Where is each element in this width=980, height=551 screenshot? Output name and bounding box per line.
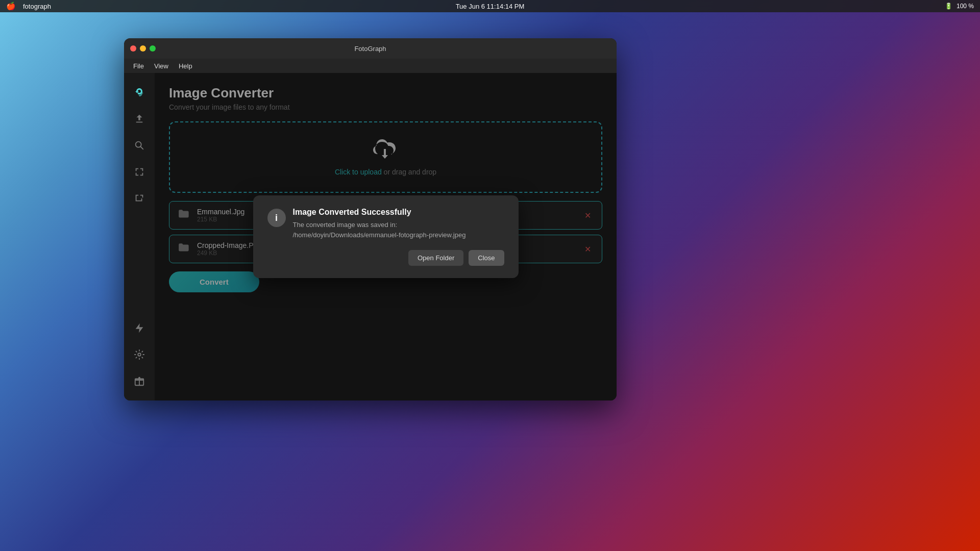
sidebar-item-converter[interactable] <box>128 81 151 104</box>
menubar-left: 🍎 fotograph <box>6 2 51 11</box>
sidebar-item-upload[interactable] <box>128 108 151 130</box>
traffic-lights <box>130 45 156 52</box>
sidebar-item-search[interactable] <box>128 134 151 157</box>
sidebar <box>124 73 155 400</box>
dialog-header: i Image Converted Successfully The conve… <box>267 208 504 240</box>
menu-help[interactable]: Help <box>174 61 198 71</box>
menubar: 🍎 fotograph Tue Jun 6 11:14:14 PM 🔋 100 … <box>0 0 980 12</box>
sidebar-item-settings[interactable] <box>128 343 151 366</box>
gift-icon <box>134 375 145 387</box>
dialog-info-icon: i <box>267 209 286 227</box>
close-button[interactable] <box>130 45 136 52</box>
maximize-button[interactable] <box>150 45 156 52</box>
sidebar-item-lightning[interactable] <box>128 317 151 339</box>
menubar-datetime: Tue Jun 6 11:14:14 PM <box>456 3 525 10</box>
svg-line-2 <box>141 147 143 149</box>
svg-point-3 <box>138 353 141 356</box>
dialog-overlay: i Image Converted Successfully The conve… <box>155 73 617 400</box>
battery-icon: 🔋 <box>945 3 952 10</box>
sidebar-item-compress[interactable] <box>128 161 151 183</box>
battery-level: 100 % <box>957 3 974 10</box>
svg-point-1 <box>136 142 141 147</box>
main-content: Image Converter Convert your image files… <box>155 73 617 400</box>
dialog-close-button[interactable]: Close <box>469 250 504 266</box>
converter-icon <box>133 86 145 98</box>
success-dialog: i Image Converted Successfully The conve… <box>253 195 519 278</box>
app-menubar: File View Help <box>124 59 617 73</box>
search-icon <box>134 140 145 151</box>
dialog-actions: Open Folder Close <box>267 250 504 266</box>
sidebar-item-crop[interactable] <box>128 187 151 210</box>
menu-file[interactable]: File <box>128 61 149 71</box>
menu-view[interactable]: View <box>149 61 174 71</box>
minimize-button[interactable] <box>140 45 146 52</box>
app-window: FotoGraph File View Help <box>124 38 617 400</box>
titlebar: FotoGraph <box>124 38 617 59</box>
lightning-icon <box>134 322 145 334</box>
apple-menu[interactable]: 🍎 <box>6 2 16 11</box>
upload-icon <box>134 113 145 124</box>
app-body: Image Converter Convert your image files… <box>124 73 617 400</box>
open-folder-button[interactable]: Open Folder <box>408 250 463 266</box>
window-title: FotoGraph <box>354 45 386 53</box>
compress-icon <box>134 166 145 178</box>
app-name: fotograph <box>23 3 51 10</box>
dialog-content: Image Converted Successfully The convert… <box>293 208 504 240</box>
settings-icon <box>134 349 145 360</box>
dialog-message: The converted image was saved in: /home/… <box>293 220 504 240</box>
sidebar-item-gift[interactable] <box>128 370 151 392</box>
crop-icon <box>134 193 145 204</box>
svg-rect-0 <box>136 122 143 123</box>
dialog-title: Image Converted Successfully <box>293 208 504 217</box>
menubar-right: 🔋 100 % <box>945 3 974 10</box>
